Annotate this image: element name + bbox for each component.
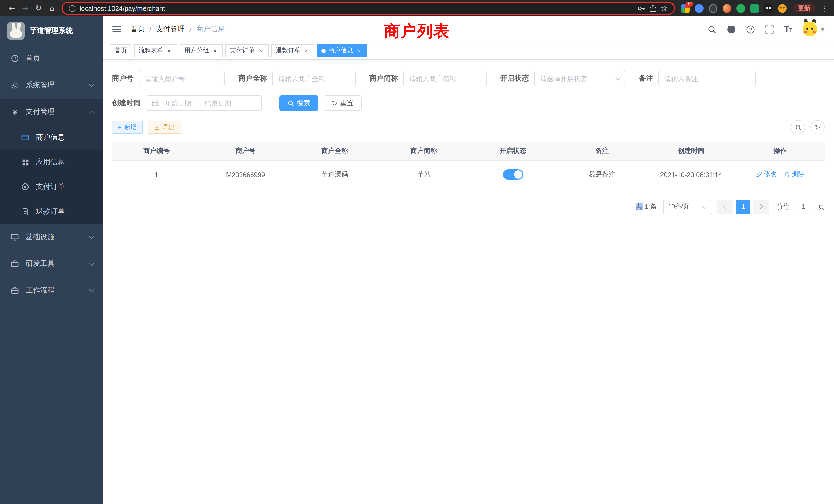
sidebar-item-app-info[interactable]: 应用信息	[0, 150, 103, 175]
goto-page-input[interactable]	[793, 199, 814, 214]
status-toggle[interactable]	[503, 169, 523, 180]
sidebar-item-label: 支付管理	[26, 107, 54, 116]
refresh-table-button[interactable]: ↻	[810, 120, 825, 135]
col-merchant-no: 商户号	[201, 142, 290, 160]
merchant-name-input[interactable]	[272, 71, 356, 86]
next-page-button[interactable]	[753, 199, 769, 214]
font-size-small: T	[789, 27, 792, 33]
sidebar-item-home[interactable]: 首页	[0, 45, 103, 72]
browser-back-icon[interactable]: ←	[5, 4, 19, 13]
browser-menu-icon[interactable]: ⋮	[821, 4, 829, 12]
browser-home-icon[interactable]: ⌂	[45, 4, 59, 13]
browser-update-button[interactable]: 更新	[793, 3, 815, 13]
tab-merchant-info[interactable]: 商户信息 ×	[317, 44, 367, 57]
merchant-no-input[interactable]	[139, 71, 225, 86]
search-icon[interactable]	[708, 25, 717, 33]
url-text[interactable]: localhost:1024/pay/merchant	[80, 4, 165, 12]
tab-home[interactable]: 首页	[110, 44, 131, 57]
help-icon[interactable]: ?	[746, 25, 755, 33]
browser-reload-icon[interactable]: ↻	[32, 4, 45, 13]
status-select-input[interactable]	[534, 71, 626, 86]
address-bar[interactable]: i localhost:1024/pay/merchant ☆	[62, 2, 675, 15]
filter-merchant-no: 商户号	[112, 71, 225, 86]
table-header-row: 商户编号 商户号 商户全称 商户简称 开启状态 备注 创建时间 操作	[112, 142, 825, 160]
sidebar-item-payment[interactable]: ¥ 支付管理	[0, 98, 103, 125]
hamburger-icon[interactable]	[103, 17, 130, 42]
chevron-down-icon	[702, 203, 707, 208]
total-prefix: 共	[636, 203, 643, 210]
add-button[interactable]: + 新增	[112, 121, 143, 134]
sidebar-item-system[interactable]: 系统管理	[0, 72, 103, 98]
site-info-icon[interactable]: i	[69, 5, 75, 12]
sidebar-item-infra[interactable]: 基础设施	[0, 224, 103, 250]
profile-avatar-icon[interactable]	[778, 4, 787, 13]
tab-process-form[interactable]: 流程表单 ×	[134, 44, 177, 57]
tab-user-group[interactable]: 用户分组 ×	[180, 44, 223, 57]
export-button[interactable]: 导出	[148, 121, 181, 134]
status-select[interactable]	[534, 71, 626, 86]
briefcase-icon	[10, 286, 20, 295]
col-create-time: 创建时间	[646, 142, 736, 160]
sidebar-item-merchant-info[interactable]: 商户信息	[0, 125, 103, 150]
sidebar-item-pay-order[interactable]: 支付订单	[0, 175, 103, 199]
browser-forward-icon[interactable]: →	[19, 4, 32, 13]
tab-pay-order[interactable]: 支付订单 ×	[225, 44, 269, 57]
chevron-right-icon	[758, 204, 763, 209]
toggle-search-button[interactable]	[791, 120, 805, 135]
remark-input[interactable]	[658, 71, 756, 86]
reset-button[interactable]: ↻ 重置	[324, 95, 361, 111]
cell-full-name: 芋道源码	[290, 160, 379, 189]
sidebar-item-refund-order[interactable]: 退款订单	[0, 199, 103, 224]
extension-icon-5[interactable]	[737, 4, 745, 13]
extension-icon-3[interactable]	[709, 4, 718, 13]
navbar-right: ? TT	[708, 22, 834, 37]
filter-create-time: 创建时间 -	[112, 95, 262, 111]
chevron-down-icon	[89, 287, 94, 292]
breadcrumb-home[interactable]: 首页	[130, 25, 145, 34]
sidebar-item-workflow[interactable]: 工作流程	[0, 277, 103, 304]
merchant-short-input[interactable]	[403, 71, 487, 86]
breadcrumb-payment[interactable]: 支付管理	[156, 25, 185, 34]
merchant-table: 商户编号 商户号 商户全称 商户简称 开启状态 备注 创建时间 操作 1	[112, 142, 825, 189]
prev-page-button[interactable]	[718, 199, 733, 214]
monitor-icon	[10, 232, 20, 242]
navbar: 首页 / 支付管理 / 商户信息 ?	[103, 17, 834, 42]
tags-view: 首页 流程表单 × 用户分组 × 支付订单 × 退款订单 ×	[103, 42, 834, 60]
toolbox-icon	[10, 259, 20, 269]
col-merchant-id: 商户编号	[112, 142, 201, 160]
search-button[interactable]: 搜索	[279, 95, 319, 111]
close-icon[interactable]: ×	[257, 47, 264, 54]
close-icon[interactable]: ×	[212, 47, 218, 54]
sidebar-logo[interactable]: 芋道管理系统	[0, 17, 103, 45]
close-icon[interactable]: ×	[355, 47, 362, 54]
close-icon[interactable]: ×	[303, 47, 310, 54]
extension-icon-4[interactable]	[723, 4, 731, 13]
page-size-select[interactable]: 10条/页	[663, 199, 711, 214]
extension-icon-1[interactable]: 10	[681, 4, 690, 13]
end-date-input[interactable]	[202, 99, 234, 107]
date-range-picker[interactable]: -	[146, 95, 262, 111]
close-icon[interactable]: ×	[166, 47, 173, 54]
extension-icon-6[interactable]	[750, 4, 759, 13]
github-icon[interactable]	[727, 25, 736, 34]
extension-icon-2[interactable]	[695, 4, 704, 13]
extension-icon-7[interactable]	[764, 4, 773, 13]
page-number-1[interactable]: 1	[736, 199, 750, 214]
user-avatar[interactable]	[803, 22, 817, 37]
sidebar-item-devtools[interactable]: 研发工具	[0, 250, 103, 277]
tab-refund-order[interactable]: 退款订单 ×	[271, 44, 314, 57]
fullscreen-icon[interactable]	[765, 25, 774, 33]
caret-down-icon	[821, 28, 825, 30]
font-size-icon[interactable]: TT	[784, 25, 792, 34]
edit-button[interactable]: 修改	[756, 170, 776, 179]
password-key-icon[interactable]	[637, 4, 645, 12]
delete-button[interactable]: 删除	[784, 170, 804, 179]
filter-row-1: 商户号 商户全称 商户简称 开启状态	[112, 71, 825, 86]
share-icon[interactable]	[649, 4, 657, 12]
start-date-input[interactable]	[162, 99, 194, 107]
filter-label: 创建时间	[112, 98, 141, 108]
app-title: 芋道管理系统	[30, 26, 73, 36]
bookmark-star-icon[interactable]: ☆	[661, 4, 667, 13]
yen-icon: ¥	[10, 107, 20, 116]
user-menu[interactable]	[803, 22, 825, 37]
